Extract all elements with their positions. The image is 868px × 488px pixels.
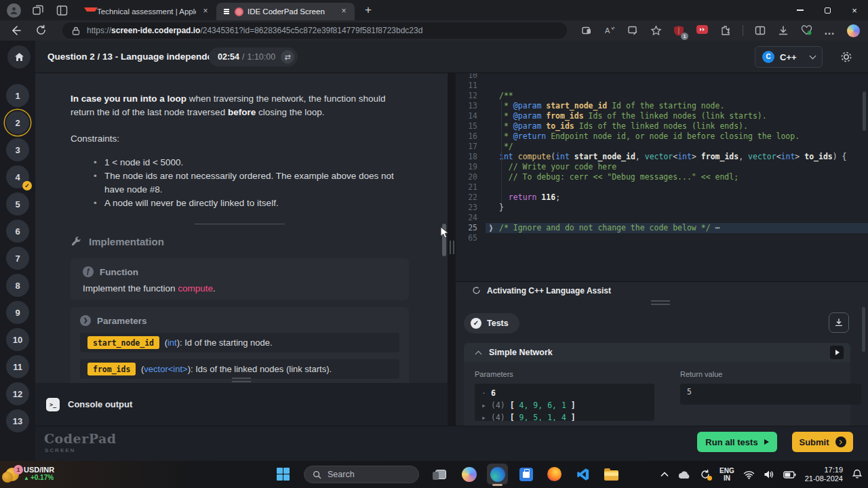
back-button[interactable] <box>9 24 22 37</box>
code-line-19[interactable]: 19 // Write your code here <box>456 162 868 172</box>
question-nav-item-1[interactable]: 1 <box>6 84 29 107</box>
favorites-star-icon[interactable] <box>650 25 662 37</box>
question-nav-item-5[interactable]: 5 <box>6 192 29 216</box>
extension-red-icon[interactable] <box>696 25 708 37</box>
test-param-row[interactable]: ▸(4) [ 9, 5, 1, 4 ] <box>481 411 648 421</box>
test-params-box[interactable]: ·6▸(4) [ 4, 9, 6, 1 ]▸(4) [ 9, 5, 1, 4 ] <box>475 384 654 421</box>
code-line-17[interactable]: 17 */ <box>456 142 868 152</box>
extensions-icon[interactable] <box>719 25 731 37</box>
tab-groups-icon[interactable] <box>33 5 44 16</box>
microsoft-store-icon[interactable] <box>515 464 536 485</box>
profile-avatar[interactable] <box>7 3 21 18</box>
question-nav-item-2[interactable]: 2 <box>6 111 29 134</box>
code-line-23[interactable]: 23} <box>456 203 868 213</box>
code-line-25[interactable]: 25❱/* Ignore and do not change the code … <box>456 223 868 233</box>
run-test-button[interactable] <box>830 346 844 359</box>
question-nav-item-8[interactable]: 8 <box>6 274 29 297</box>
onedrive-cloud-icon[interactable] <box>677 470 691 479</box>
window-close-button[interactable]: × <box>841 0 868 20</box>
question-nav-item-12[interactable]: 12 <box>6 382 29 405</box>
downloads-icon[interactable] <box>778 25 789 37</box>
firefox-icon[interactable] <box>544 464 565 485</box>
submit-button[interactable]: Submit <box>792 432 853 452</box>
copilot-taskbar-icon[interactable] <box>458 464 479 485</box>
task-view-icon[interactable] <box>430 464 451 485</box>
split-screen-icon[interactable] <box>755 25 766 37</box>
test-return-box[interactable]: 5 <box>680 384 861 405</box>
volume-icon[interactable] <box>764 470 774 479</box>
tab-close-icon[interactable]: × <box>200 6 211 17</box>
folded-code-ellipsis[interactable]: ⋯ <box>715 223 721 232</box>
taskbar-widget[interactable]: 1 USD/INR ▲+0.17% <box>5 464 54 481</box>
question-nav-item-10[interactable]: 10 <box>6 328 29 351</box>
question-nav-item-3[interactable]: 3 <box>6 138 29 161</box>
browser-essentials-icon[interactable] <box>801 25 812 37</box>
question-nav-item-7[interactable]: 7 <box>6 247 29 270</box>
address-bar[interactable]: https://screen-ide.coderpad.io/24345361?… <box>62 22 567 39</box>
code-line-10[interactable]: 10 <box>456 73 868 81</box>
tab-close-icon[interactable]: × <box>338 6 349 17</box>
vertical-tabs-icon[interactable] <box>56 5 68 16</box>
media-controls-icon[interactable] <box>581 25 593 37</box>
vscode-icon[interactable] <box>572 464 593 485</box>
horizontal-resize-handle[interactable] <box>232 378 251 382</box>
adblock-shield-icon[interactable]: 1 <box>673 25 685 37</box>
code-line-13[interactable]: 13 * @param start_node_id Id of the star… <box>456 101 868 111</box>
code-line-11[interactable]: 11 <box>456 81 868 91</box>
question-nav-item-6[interactable]: 6 <box>6 220 29 243</box>
question-nav-item-9[interactable]: 9 <box>6 301 29 324</box>
tests-scrollbar[interactable] <box>862 307 865 352</box>
taskbar-search[interactable]: Search <box>304 466 419 483</box>
start-button[interactable] <box>277 468 290 481</box>
fold-chevron-icon[interactable]: ❱ <box>487 222 495 235</box>
browser-tab-assessment[interactable]: Technical assessment | Apple Ind × <box>78 3 216 20</box>
horizontal-resize-handle[interactable] <box>651 300 670 305</box>
wifi-icon[interactable] <box>743 470 755 479</box>
browser-tab-coderpad[interactable]: IDE CoderPad Screen × <box>216 3 355 20</box>
code-line-21[interactable]: 21 <box>456 182 868 192</box>
tests-tab[interactable]: ✓ Tests <box>464 313 519 333</box>
window-minimize-button[interactable] <box>787 0 814 20</box>
download-tests-button[interactable] <box>829 312 849 333</box>
code-line-65[interactable]: 65 <box>456 233 868 243</box>
language-selector[interactable]: C C++ <box>755 46 823 68</box>
battery-icon[interactable] <box>783 471 796 479</box>
window-maximize-button[interactable] <box>814 0 841 20</box>
notification-bell-icon[interactable] <box>852 469 863 480</box>
run-all-tests-button[interactable]: Run all tests <box>697 432 777 452</box>
tray-chevron-up-icon[interactable] <box>660 472 669 477</box>
timer-toggle-icon[interactable]: ⇄ <box>281 50 294 64</box>
code-line-22[interactable]: 22 return 116; <box>456 192 868 203</box>
question-nav-item-13[interactable]: 13 <box>6 409 29 432</box>
question-nav-item-11[interactable]: 11 <box>6 355 29 378</box>
code-editor[interactable]: 101112/**13 * @param start_node_id Id of… <box>456 73 868 281</box>
settings-gear-icon[interactable] <box>840 50 853 64</box>
web-capture-icon[interactable] <box>627 25 639 37</box>
settings-menu-icon[interactable]: … <box>824 25 835 37</box>
panel-divider[interactable] <box>448 73 456 426</box>
code-line-24[interactable]: 24 <box>456 213 868 223</box>
sync-icon[interactable] <box>700 469 711 480</box>
code-line-12[interactable]: 12/** <box>456 91 868 101</box>
code-line-14[interactable]: 14 * @param from_ids Ids of the linked n… <box>456 111 868 121</box>
code-line-20[interactable]: 20 // To debug: cerr << "Debug messages.… <box>456 172 868 182</box>
editor-scrollbar[interactable] <box>863 92 866 131</box>
code-line-15[interactable]: 15 * @param to_ids Ids of the linked nod… <box>456 121 868 131</box>
new-tab-button[interactable]: + <box>360 2 376 18</box>
file-explorer-icon[interactable] <box>601 464 622 485</box>
home-button[interactable] <box>7 45 31 68</box>
clock[interactable]: 17:19 21-08-2024 <box>805 466 843 483</box>
question-nav-item-4[interactable]: 4✓ <box>6 165 29 188</box>
code-line-18[interactable]: 18int compute(int start_node_id, vector<… <box>456 152 868 162</box>
copilot-icon[interactable] <box>847 24 860 37</box>
read-aloud-icon[interactable]: A <box>604 25 616 37</box>
refresh-button[interactable] <box>35 24 47 37</box>
input-language-indicator[interactable]: ENGIN <box>719 467 734 482</box>
test-param-row[interactable]: ▸(4) [ 4, 9, 6, 1 ] <box>481 399 648 411</box>
test-group-header[interactable]: Simple Network <box>464 343 850 362</box>
console-output-bar[interactable]: >_ Console output <box>35 383 448 426</box>
edge-icon[interactable] <box>487 464 508 485</box>
question-panel[interactable]: In case you run into a loop when travers… <box>35 73 448 383</box>
code-line-16[interactable]: 16 * @return Endpoint node id, or node i… <box>456 131 868 142</box>
vertical-resize-handle[interactable] <box>450 241 454 254</box>
